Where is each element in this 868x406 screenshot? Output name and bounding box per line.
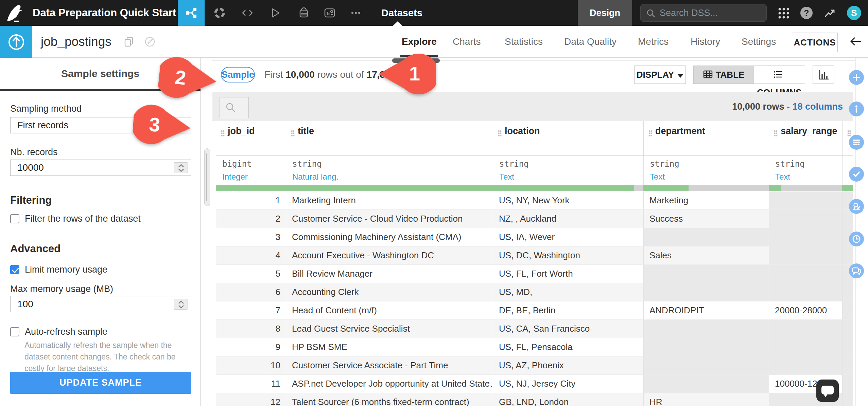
- project-title[interactable]: Data Preparation Quick Start: [33, 0, 176, 26]
- tab-data-quality[interactable]: Data Quality: [564, 26, 617, 57]
- drag-handle-icon[interactable]: [774, 130, 778, 137]
- cell-job_id[interactable]: 8: [216, 320, 286, 338]
- checks-panel-button[interactable]: [849, 167, 864, 182]
- cell-location[interactable]: US, AZ, Phoenix: [493, 356, 644, 375]
- number-stepper[interactable]: [174, 299, 188, 310]
- filter-rows-checkbox[interactable]: [10, 214, 19, 223]
- cell-salary_range[interactable]: [769, 320, 843, 338]
- panel-scrollbar[interactable]: [204, 148, 210, 206]
- drag-handle-icon[interactable]: [498, 130, 502, 137]
- cell-job_id[interactable]: 12: [216, 393, 286, 406]
- cell-salary_range[interactable]: 20000-28000: [769, 301, 843, 320]
- sample-badge[interactable]: Sample: [221, 67, 255, 82]
- more-ellipsis-icon[interactable]: [350, 7, 362, 19]
- cell-title[interactable]: Accounting Clerk: [286, 283, 493, 301]
- cell-location[interactable]: US, CA, San Francisco: [493, 320, 644, 338]
- cell-department[interactable]: [644, 338, 769, 356]
- support-chat-widget[interactable]: [816, 380, 839, 402]
- tab-statistics[interactable]: Statistics: [505, 26, 543, 57]
- tab-history[interactable]: History: [691, 26, 720, 57]
- lab-panel-button[interactable]: [849, 199, 864, 214]
- auto-refresh-checkbox[interactable]: [10, 327, 19, 336]
- cell-department[interactable]: HR: [644, 393, 769, 406]
- drag-handle-icon[interactable]: [221, 130, 225, 137]
- drag-handle-icon[interactable]: [847, 130, 851, 137]
- cell-title[interactable]: Bill Review Manager: [286, 265, 493, 283]
- cell-job_id[interactable]: 10: [216, 356, 286, 375]
- cell-job_id[interactable]: 9: [216, 338, 286, 356]
- history-clock-button[interactable]: [849, 232, 864, 246]
- user-avatar[interactable]: S: [847, 6, 861, 20]
- display-dropdown-button[interactable]: DISPLAY: [634, 66, 686, 84]
- cell-location[interactable]: US, NY, New York: [493, 191, 644, 210]
- columns-view-toggle[interactable]: COLUMNS: [754, 66, 805, 84]
- cell-title[interactable]: Talent Sourcer (6 months fixed-term cont…: [286, 393, 493, 406]
- navigator-compass-icon[interactable]: [144, 36, 156, 48]
- cell-title[interactable]: Marketing Intern: [286, 191, 493, 210]
- cell-salary_range[interactable]: [769, 356, 843, 375]
- cell-department[interactable]: [644, 320, 769, 338]
- cell-department[interactable]: [644, 356, 769, 375]
- flow-nav-tile[interactable]: [178, 0, 205, 26]
- number-stepper[interactable]: [174, 162, 188, 173]
- cell-salary_range[interactable]: [769, 228, 843, 246]
- column-header-salary_range[interactable]: salary_range: [769, 121, 843, 156]
- cell-location[interactable]: US, IA, Wever: [493, 228, 644, 246]
- collapse-panel-arrow-icon[interactable]: [849, 35, 863, 48]
- cell-department[interactable]: [644, 228, 769, 246]
- cell-salary_range[interactable]: [769, 246, 843, 265]
- tab-metrics[interactable]: Metrics: [638, 26, 669, 57]
- cell-location[interactable]: US, MD,: [493, 283, 644, 301]
- trend-arrow-icon[interactable]: [824, 7, 835, 19]
- cell-job_id[interactable]: 6: [216, 283, 286, 301]
- column-header-department[interactable]: department: [644, 121, 769, 156]
- global-search[interactable]: [640, 4, 767, 22]
- cell-salary_range[interactable]: [769, 338, 843, 356]
- cell-title[interactable]: HP BSM SME: [286, 338, 493, 356]
- meaning-link[interactable]: Text: [775, 172, 790, 182]
- update-sample-button[interactable]: UPDATE SAMPLE: [10, 372, 191, 394]
- lab-icon[interactable]: [214, 7, 225, 19]
- actions-button[interactable]: ACTIONS: [792, 33, 838, 52]
- dataiku-bird-logo[interactable]: [5, 4, 23, 22]
- cell-extra[interactable]: [843, 246, 853, 265]
- cell-location[interactable]: US, DC, Washington: [493, 246, 644, 265]
- apps-grid-icon[interactable]: [777, 7, 790, 20]
- cell-department[interactable]: Sales: [644, 246, 769, 265]
- column-header-job_id[interactable]: job_id: [216, 121, 286, 156]
- cell-salary_range[interactable]: [769, 191, 843, 210]
- cell-job_id[interactable]: 3: [216, 228, 286, 246]
- info-panel-button[interactable]: [849, 102, 864, 116]
- tab-settings[interactable]: Settings: [742, 26, 776, 57]
- drag-handle-icon[interactable]: [648, 130, 652, 137]
- tab-charts[interactable]: Charts: [453, 26, 481, 57]
- cell-location[interactable]: US, FL, Pensacola: [493, 338, 644, 356]
- design-node-badge[interactable]: Design Node: [578, 0, 632, 26]
- cell-extra[interactable]: [843, 393, 853, 406]
- details-panel-button[interactable]: [849, 135, 864, 150]
- cell-department[interactable]: ANDROIDPIT: [644, 301, 769, 320]
- cell-department[interactable]: [644, 375, 769, 393]
- cell-job_id[interactable]: 2: [216, 210, 286, 228]
- copy-icon[interactable]: [123, 36, 135, 48]
- cell-title[interactable]: Customer Service Associate - Part Time: [286, 356, 493, 375]
- cell-extra[interactable]: [843, 210, 853, 228]
- column-header-location[interactable]: location: [493, 121, 644, 156]
- cell-department[interactable]: Marketing: [644, 191, 769, 210]
- meaning-link[interactable]: Natural lang.: [292, 172, 338, 182]
- limit-memory-checkbox[interactable]: [10, 265, 19, 274]
- search-input[interactable]: [660, 4, 762, 21]
- cell-job_id[interactable]: 1: [216, 191, 286, 210]
- cell-job_id[interactable]: 5: [216, 265, 286, 283]
- meaning-link[interactable]: Integer: [222, 172, 248, 182]
- cell-extra[interactable]: [843, 283, 853, 301]
- analyze-chart-button[interactable]: [813, 66, 834, 84]
- cell-title[interactable]: Lead Guest Service Specialist: [286, 320, 493, 338]
- cell-location[interactable]: DE, BE, Berlin: [493, 301, 644, 320]
- run-play-icon[interactable]: [270, 7, 281, 19]
- cell-title[interactable]: Customer Service - Cloud Video Productio…: [286, 210, 493, 228]
- jobs-icon[interactable]: [298, 7, 310, 19]
- cell-location[interactable]: GB, LND, London: [493, 393, 644, 406]
- cell-location[interactable]: US, NJ, Jersey City: [493, 375, 644, 393]
- cell-salary_range[interactable]: [769, 265, 843, 283]
